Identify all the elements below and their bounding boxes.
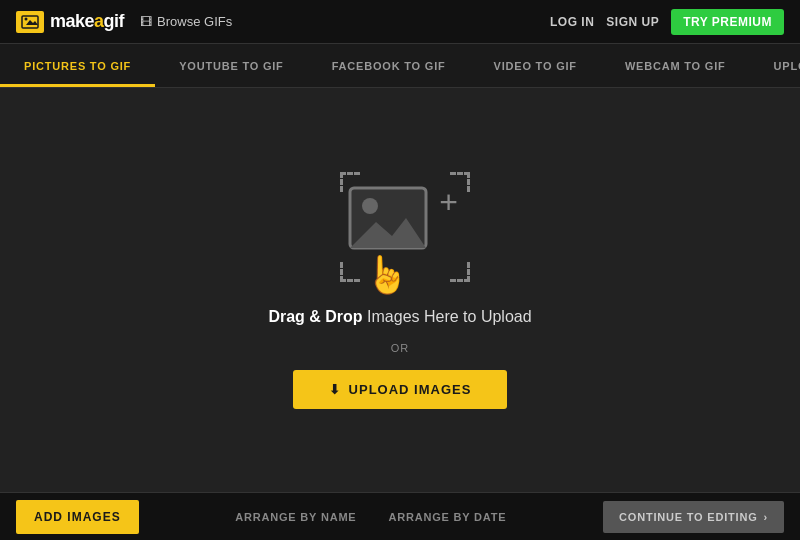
tab-youtube-to-gif[interactable]: YOUTUBE TO GIF: [155, 44, 308, 87]
tab-facebook-to-gif[interactable]: FACEBOOK TO GIF: [308, 44, 470, 87]
browse-gifs-label: Browse GIFs: [157, 14, 232, 29]
film-icon: 🎞: [140, 15, 152, 29]
logo-icon: [16, 11, 44, 33]
drop-zone[interactable]: + ☝ Drag & Drop Images Here to Upload OR…: [268, 172, 531, 409]
arrange-by-date-button[interactable]: ARRANGE BY DATE: [389, 511, 507, 523]
tab-upload-a-gif[interactable]: UPLOAD A GIF: [750, 44, 800, 87]
continue-to-editing-button[interactable]: CONTINUE TO EDITING ›: [603, 501, 784, 533]
login-button[interactable]: LOG IN: [550, 15, 594, 29]
drag-drop-text: Drag & Drop Images Here to Upload: [268, 308, 531, 326]
svg-point-2: [25, 17, 28, 20]
svg-marker-1: [26, 20, 38, 25]
or-label: OR: [391, 342, 410, 354]
corner-br: [450, 262, 470, 282]
header: makeagif 🎞 Browse GIFs LOG IN SIGN UP TR…: [0, 0, 800, 44]
signup-button[interactable]: SIGN UP: [606, 15, 659, 29]
image-placeholder-icon: [348, 186, 428, 256]
bottom-bar: ADD IMAGES ARRANGE BY NAME ARRANGE BY DA…: [0, 492, 800, 540]
svg-point-4: [362, 198, 378, 214]
logo[interactable]: makeagif: [16, 11, 124, 33]
drag-rest-text: Images Here to Upload: [363, 308, 532, 325]
hand-cursor-icon: ☝: [364, 254, 409, 296]
tab-webcam-to-gif[interactable]: WEBCAM TO GIF: [601, 44, 750, 87]
browse-gifs-link[interactable]: 🎞 Browse GIFs: [140, 14, 232, 29]
header-left: makeagif 🎞 Browse GIFs: [16, 11, 232, 33]
logo-text: makeagif: [50, 11, 124, 32]
upload-images-label: UPLOAD IMAGES: [349, 382, 472, 397]
main-content: + ☝ Drag & Drop Images Here to Upload OR…: [0, 88, 800, 492]
chevron-right-icon: ›: [764, 511, 768, 523]
upload-images-button[interactable]: ⬇ UPLOAD IMAGES: [293, 370, 508, 409]
tab-video-to-gif[interactable]: VIDEO TO GIF: [470, 44, 601, 87]
try-premium-button[interactable]: TRY PREMIUM: [671, 9, 784, 35]
bottom-center-controls: ARRANGE BY NAME ARRANGE BY DATE: [235, 511, 506, 523]
corner-bl: [340, 262, 360, 282]
header-right: LOG IN SIGN UP TRY PREMIUM: [550, 9, 784, 35]
nav-tabs: PICTURES TO GIF YOUTUBE TO GIF FACEBOOK …: [0, 44, 800, 88]
upload-icon: ⬇: [329, 382, 341, 397]
add-images-button[interactable]: ADD IMAGES: [16, 500, 139, 534]
plus-icon: +: [439, 186, 458, 218]
drag-bold-text: Drag & Drop: [268, 308, 362, 325]
tab-pictures-to-gif[interactable]: PICTURES TO GIF: [0, 44, 155, 87]
arrange-by-name-button[interactable]: ARRANGE BY NAME: [235, 511, 356, 523]
drop-zone-icon-area: + ☝: [320, 172, 480, 292]
continue-label: CONTINUE TO EDITING: [619, 511, 757, 523]
